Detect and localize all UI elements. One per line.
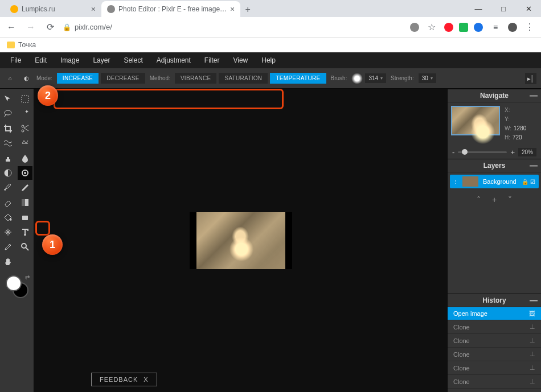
add-layer-button[interactable]: + [492,195,497,204]
cutout-tool[interactable] [18,122,32,135]
panel-expand-icon[interactable]: ▸│ [525,73,536,84]
tool-settings-icon[interactable]: ◐ [21,73,32,84]
menu-file[interactable]: File [5,54,27,67]
gradient-tool[interactable] [18,196,32,209]
collapse-icon[interactable]: — [530,296,538,305]
collapse-icon[interactable]: — [530,91,538,100]
back-button[interactable]: ← [5,22,18,32]
ext-blue-icon[interactable] [474,23,483,32]
zoom-in-button[interactable]: + [510,148,515,156]
close-button[interactable]: ✕ [516,0,541,17]
zoom-tool[interactable] [18,240,32,254]
history-item[interactable]: Clone⊥ [448,389,541,392]
address-bar[interactable]: 🔒 pixlr.com/e/ [63,23,404,31]
strength-input[interactable]: 30 [419,73,436,83]
ext-opera-icon[interactable] [444,23,453,32]
menu-image[interactable]: Image [55,54,85,67]
lock-icon: 🔒 [63,23,71,31]
reading-list-icon[interactable]: ≡ [489,23,502,32]
method-saturation-button[interactable]: SATURATION [219,73,268,84]
feedback-button[interactable]: FEEDBACK X [91,373,157,386]
heal-tool[interactable] [18,137,32,150]
shape-tool[interactable] [18,211,32,224]
translate-icon[interactable] [410,23,419,32]
home-icon[interactable]: ⌂ [5,73,16,84]
history-item[interactable]: Clone⊥ [448,348,541,361]
bookmark-item[interactable]: Точка [18,41,36,49]
ext-green-icon[interactable] [459,23,468,32]
zoom-track[interactable] [458,151,507,153]
collapse-icon[interactable]: — [530,161,538,170]
text-tool[interactable] [18,225,32,239]
tab-strip: Lumpics.ru × Photo Editor : Pixlr E - fr… [0,0,255,17]
lock-icon[interactable]: 🔒 ☑ [522,179,535,185]
canvas[interactable]: FEEDBACK X [34,89,447,392]
menu-help[interactable]: Help [256,54,281,67]
lasso-tool[interactable] [1,107,15,121]
brush-size-input[interactable]: 314 [365,73,386,83]
foreground-color[interactable] [6,275,22,291]
dodge-tool[interactable] [1,166,15,180]
hand-tool[interactable] [1,255,15,269]
menu-layer[interactable]: Layer [87,54,116,67]
zoom-thumb[interactable] [462,149,468,155]
blur-tool[interactable] [18,151,32,165]
menu-adjustment[interactable]: Adjustment [151,54,196,67]
color-picker[interactable]: ⇄ [6,275,28,298]
draw-tool[interactable] [18,181,32,195]
feedback-close[interactable]: X [144,376,148,383]
history-item[interactable]: Clone⊥ [448,334,541,348]
reload-button[interactable]: ⟳ [43,22,57,32]
menu-select[interactable]: Select [118,54,148,67]
clone-tool[interactable] [1,151,15,165]
crop-tool[interactable] [1,122,15,135]
method-temperature-button[interactable]: TEMPERATURE [270,73,326,84]
brush-preview[interactable] [351,73,363,84]
arrange-tool[interactable] [1,92,15,106]
history-list: Open image🖼Clone⊥Clone⊥Clone⊥Clone⊥Clone… [448,307,541,392]
zoom-out-button[interactable]: - [452,148,454,156]
history-item[interactable]: Clone⊥ [448,375,541,389]
sponge-tool[interactable] [18,166,32,180]
tab-lumpics[interactable]: Lumpics.ru × [5,1,101,17]
main-area: ⇄ FEEDBACK X Navigate — X: [0,89,541,392]
layer-up-button[interactable]: ˄ [477,195,481,204]
mode-decrease-button[interactable]: DECREASE [101,73,145,84]
close-icon[interactable]: × [230,5,235,14]
pen-tool[interactable] [1,181,15,195]
new-tab-button[interactable]: + [240,2,255,17]
stamp-icon: ⊥ [530,350,535,358]
method-vibrance-button[interactable]: VIBRANCE [175,73,217,84]
menu-view[interactable]: View [227,54,253,67]
replace-color-tool[interactable] [1,225,15,239]
menu-icon[interactable]: ⋮ [523,22,536,32]
eraser-tool[interactable] [1,196,15,209]
extensions: ☆ ≡ ⋮ [410,22,536,32]
history-item[interactable]: Open image🖼 [448,307,541,320]
swap-colors-icon[interactable]: ⇄ [25,274,30,280]
drag-handle-icon[interactable]: ⋮ [453,179,458,184]
menu-filter[interactable]: Filter [199,54,226,67]
star-icon[interactable]: ☆ [425,22,438,32]
layer-item[interactable]: ⋮ Background 🔒 ☑ [450,175,539,188]
picker-tool[interactable] [1,240,15,254]
history-panel-header: History — [448,294,541,307]
forward-button[interactable]: → [24,22,38,32]
navigator-thumbnail[interactable] [451,106,500,135]
fill-tool[interactable] [1,211,15,224]
mode-increase-button[interactable]: INCREASE [57,73,99,84]
marquee-tool[interactable] [18,92,32,106]
close-icon[interactable]: × [91,5,96,14]
zoom-value[interactable]: 20% [518,148,536,156]
menu-edit[interactable]: Edit [29,54,52,67]
profile-avatar[interactable] [508,23,517,32]
maximize-button[interactable]: □ [491,0,516,17]
layer-down-button[interactable]: ˅ [508,195,512,204]
liquify-tool[interactable] [1,137,15,150]
history-item[interactable]: Clone⊥ [448,320,541,334]
tab-pixlr[interactable]: Photo Editor : Pixlr E - free image… × [101,1,240,17]
history-label: Clone [453,351,470,358]
minimize-button[interactable]: — [466,0,491,17]
history-item[interactable]: Clone⊥ [448,361,541,375]
wand-tool[interactable] [18,107,32,121]
